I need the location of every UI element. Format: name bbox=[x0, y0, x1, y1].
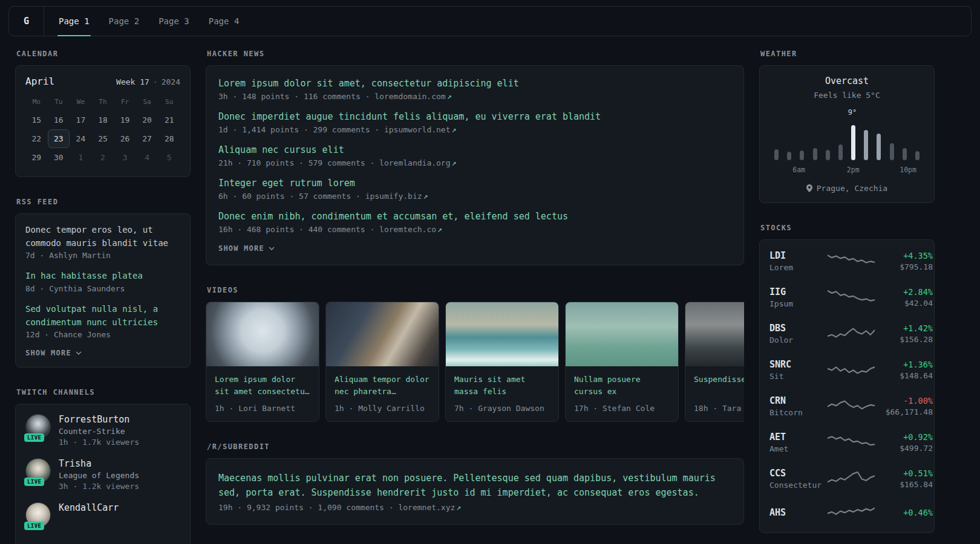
subreddit-card: Maecenas mollis pulvinar erat non posuer… bbox=[206, 458, 744, 525]
stock-symbol: AHS bbox=[769, 507, 828, 518]
subreddit-post: Maecenas mollis pulvinar erat non posuer… bbox=[218, 471, 731, 512]
stock-row[interactable]: AET Amet +0.92% $499.72 bbox=[769, 424, 924, 461]
rss-show-more-button[interactable]: SHOW MORE bbox=[25, 349, 82, 357]
hacker-news-item-title[interactable]: Lorem ipsum dolor sit amet, consectetur … bbox=[218, 78, 731, 89]
twitch-channel[interactable]: LIVE ForrestBurton Counter-Strike 1h · 1… bbox=[25, 414, 180, 447]
weather-location: Prague, Czechia bbox=[769, 184, 924, 193]
twitch-channel[interactable]: LIVE KendallCarr bbox=[25, 502, 180, 528]
source-link[interactable]: loremtech.co↗ bbox=[379, 225, 442, 234]
live-badge: LIVE bbox=[24, 478, 44, 486]
calendar-day: 15 bbox=[25, 111, 48, 129]
video-thumbnail[interactable] bbox=[206, 302, 319, 366]
twitch-channel-viewers: 1h · 1.7k viewers bbox=[59, 438, 139, 447]
page-tab[interactable]: Page 3 bbox=[157, 7, 191, 36]
hacker-news-item-title[interactable]: Integer eget rutrum lorem bbox=[218, 178, 731, 189]
hacker-news-item-meta: 16h · 468 points · 440 comments · loremt… bbox=[218, 225, 731, 234]
calendar-day: 16 bbox=[48, 111, 70, 129]
page-tab[interactable]: Page 2 bbox=[108, 7, 141, 36]
video-title[interactable]: Nullam posuere cursus ex bbox=[574, 374, 670, 398]
stock-row[interactable]: CCS Consectetur +0.51% $165.84 bbox=[769, 461, 924, 497]
twitch-channel-name[interactable]: KendallCarr bbox=[59, 502, 119, 513]
weather-hour-bar bbox=[864, 130, 868, 160]
hacker-news-item: Donec imperdiet augue tincidunt felis al… bbox=[218, 111, 731, 134]
video-thumbnail[interactable] bbox=[685, 302, 744, 366]
source-link[interactable]: loremnet.xyz↗ bbox=[398, 503, 461, 512]
avatar[interactable]: LIVE bbox=[25, 458, 51, 484]
hacker-news-item-title[interactable]: Aliquam nec cursus elit bbox=[218, 144, 731, 155]
avatar[interactable]: LIVE bbox=[25, 414, 51, 439]
stock-symbol: CRN bbox=[769, 395, 828, 406]
stock-symbol: CCS bbox=[769, 468, 828, 479]
source-link[interactable]: loremlandia.org↗ bbox=[379, 158, 456, 167]
stock-change: +1.42% bbox=[875, 323, 933, 333]
source-link[interactable]: loremdomain.com↗ bbox=[374, 92, 451, 101]
hacker-news-item-title[interactable]: Donec enim nibh, condimentum et accumsan… bbox=[218, 211, 731, 222]
weather-hour-bar bbox=[851, 125, 855, 160]
middle-column: HACKER NEWS Lorem ipsum dolor sit amet, … bbox=[206, 50, 744, 544]
hacker-news-item-title[interactable]: Donec imperdiet augue tincidunt felis al… bbox=[218, 111, 731, 122]
subreddit-widget-title: /R/SUBREDDIT bbox=[207, 442, 744, 451]
hacker-news-show-more-button[interactable]: SHOW MORE bbox=[218, 244, 275, 253]
avatar[interactable]: LIVE bbox=[25, 502, 51, 528]
video-thumbnail[interactable] bbox=[446, 302, 558, 366]
weather-widget: WEATHER Overcast Feels like 5°C 9° bbox=[759, 50, 935, 203]
video-card-row: Lorem ipsum dolor sit amet consectetu… 1… bbox=[206, 302, 744, 422]
video-thumbnail[interactable] bbox=[566, 302, 678, 366]
source-link[interactable]: ipsumify.biz↗ bbox=[365, 192, 428, 201]
twitch-channel[interactable]: LIVE Trisha League of Legends 3h · 1.2k … bbox=[25, 458, 180, 491]
video-thumbnail[interactable] bbox=[326, 302, 439, 366]
dashboard: CALENDAR April Week 17·2024 MoTuWeThFrSa… bbox=[0, 36, 980, 544]
calendar-weekday: Mo bbox=[25, 94, 48, 111]
calendar-day: 30 bbox=[48, 148, 70, 167]
stock-name: Ipsum bbox=[769, 299, 828, 308]
app-logo[interactable]: G bbox=[9, 7, 44, 36]
page-tab[interactable]: Page 1 bbox=[57, 7, 91, 36]
stock-sparkline bbox=[828, 433, 875, 452]
video-meta: 1h · Lori Barnett bbox=[215, 404, 310, 413]
video-title[interactable]: Lorem ipsum dolor sit amet consectetu… bbox=[215, 374, 310, 398]
stock-sparkline bbox=[828, 252, 875, 270]
stock-change: +0.92% bbox=[875, 432, 933, 442]
stock-change: +0.46% bbox=[875, 508, 933, 517]
rss-item-title[interactable]: Sed volutpat nulla nisl, a condimentum n… bbox=[25, 303, 180, 329]
stock-row[interactable]: LDI Lorem +4.35% $795.18 bbox=[769, 243, 924, 279]
source-link[interactable]: ipsumworld.net↗ bbox=[384, 125, 456, 134]
stock-row[interactable]: SNRC Sit +1.36% $148.64 bbox=[769, 352, 924, 388]
rss-item-title[interactable]: Donec tempor eros leo, ut commodo mauris… bbox=[25, 224, 180, 250]
calendar-day: 1 bbox=[70, 148, 92, 167]
stock-row[interactable]: CRN Bitcorn -1.00% $66,171.48 bbox=[769, 388, 924, 424]
video-title[interactable]: Suspendisse diam bbox=[694, 374, 744, 398]
calendar-weekday: Fr bbox=[114, 94, 136, 111]
page-tab[interactable]: Page 4 bbox=[207, 7, 241, 36]
weather-hour-labels: 6am 2pm 10pm bbox=[769, 166, 924, 175]
rss-widget: RSS FEED Donec tempor eros leo, ut commo… bbox=[15, 198, 191, 368]
rss-item-title[interactable]: In hac habitasse platea bbox=[25, 270, 180, 283]
calendar-day: 24 bbox=[70, 129, 92, 148]
twitch-widget: TWITCH CHANNELS LIVE ForrestBurton Count… bbox=[15, 388, 191, 544]
weather-hour-bar bbox=[877, 134, 881, 160]
stock-row[interactable]: IIG Ipsum +2.84% $42.04 bbox=[769, 279, 924, 316]
video-title[interactable]: Mauris sit amet massa felis bbox=[454, 374, 550, 398]
rss-item-meta: 7d · Ashlyn Martin bbox=[25, 251, 180, 260]
calendar-day: 25 bbox=[92, 129, 114, 148]
rss-item-meta: 8d · Cynthia Saunders bbox=[25, 284, 180, 293]
twitch-channel-name[interactable]: ForrestBurton bbox=[59, 414, 139, 425]
calendar-day: 22 bbox=[25, 129, 48, 148]
calendar-weekday-row: MoTuWeThFrSaSu bbox=[25, 94, 180, 111]
weather-hour-bar bbox=[813, 148, 817, 160]
chevron-down-icon bbox=[269, 247, 275, 250]
stock-sparkline bbox=[828, 504, 875, 522]
videos-widget-title: VIDEOS bbox=[207, 286, 744, 294]
stock-price: $795.18 bbox=[875, 262, 933, 271]
stocks-widget-title: STOCKS bbox=[760, 224, 935, 232]
stock-symbol: SNRC bbox=[769, 359, 828, 370]
stock-row[interactable]: DBS Dolor +1.42% $156.28 bbox=[769, 316, 924, 352]
stock-price: $499.72 bbox=[875, 444, 933, 453]
twitch-channel-name[interactable]: Trisha bbox=[59, 458, 139, 469]
right-column: WEATHER Overcast Feels like 5°C 9° bbox=[759, 50, 935, 544]
stock-row[interactable]: AHS +0.46% bbox=[769, 497, 924, 529]
weather-hour-bar bbox=[800, 151, 804, 160]
subreddit-post-title[interactable]: Maecenas mollis pulvinar erat non posuer… bbox=[218, 471, 731, 500]
video-title[interactable]: Aliquam tempor dolor nec pharetra… bbox=[335, 374, 430, 398]
external-link-icon: ↗ bbox=[452, 125, 457, 134]
